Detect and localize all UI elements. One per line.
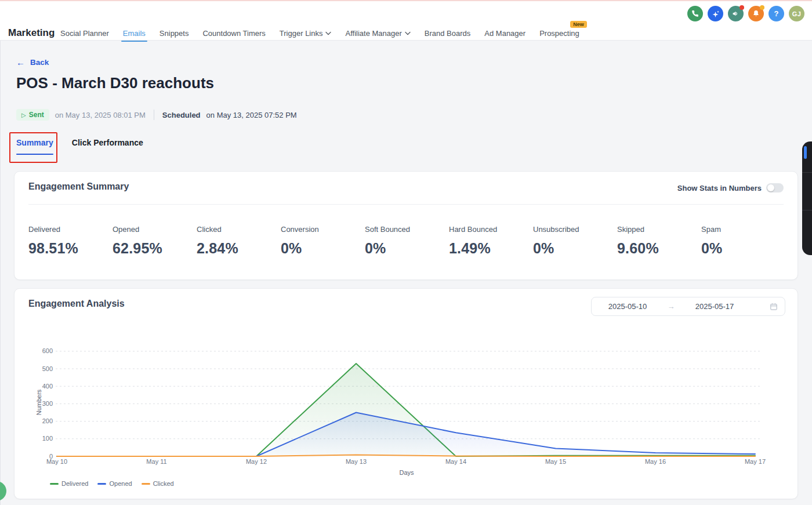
nav-item-brand-boards[interactable]: Brand Boards xyxy=(425,29,471,38)
chat-bubble-button[interactable] xyxy=(0,481,6,501)
svg-text:May 12: May 12 xyxy=(246,458,267,465)
report-tabs: Summary Click Performance xyxy=(16,138,143,147)
notifications-button[interactable] xyxy=(748,6,764,21)
announcement-icon xyxy=(732,10,740,17)
svg-text:200: 200 xyxy=(42,417,53,424)
sent-status-badge: ▷ Sent xyxy=(16,109,49,121)
svg-text:600: 600 xyxy=(42,347,53,354)
svg-text:100: 100 xyxy=(42,435,53,442)
stat-value: 0% xyxy=(365,240,449,257)
annotation-highlight-box xyxy=(9,132,57,163)
stat-unsubscribed: Unsubscribed 0% xyxy=(533,225,617,257)
stat-label: Soft Bounced xyxy=(365,225,449,234)
tab-summary[interactable]: Summary xyxy=(16,138,53,147)
svg-text:Days: Days xyxy=(399,469,414,476)
scheduled-timestamp: on May 13, 2025 07:52 PM xyxy=(206,111,297,119)
back-arrow-icon: ← xyxy=(16,57,25,67)
new-badge: New xyxy=(570,21,587,28)
side-dock-widget[interactable] xyxy=(802,141,812,255)
legend-swatch-icon xyxy=(97,483,106,485)
svg-text:May 13: May 13 xyxy=(346,458,367,465)
show-stats-toggle[interactable] xyxy=(766,183,784,192)
date-to[interactable]: 2025-05-17 xyxy=(679,302,751,311)
nav-item-snippets[interactable]: Snippets xyxy=(160,29,189,38)
nav-item-trigger-links[interactable]: Trigger Links xyxy=(280,29,332,38)
back-label: Back xyxy=(30,58,49,67)
show-stats-toggle-group: Show Stats in Numbers xyxy=(677,183,784,192)
back-link[interactable]: ← Back xyxy=(16,57,49,67)
stat-delivered: Delivered 98.51% xyxy=(28,225,113,257)
tab-click-performance[interactable]: Click Performance xyxy=(72,138,143,147)
svg-text:May 17: May 17 xyxy=(745,458,766,465)
arrow-right-icon: → xyxy=(664,302,679,311)
dock-accent-bar xyxy=(804,146,807,159)
legend-swatch-icon xyxy=(50,483,59,485)
svg-text:May 16: May 16 xyxy=(645,458,666,465)
stat-value: 0% xyxy=(701,240,785,257)
announcements-button[interactable] xyxy=(728,6,744,21)
legend-item-opened[interactable]: Opened xyxy=(97,480,132,487)
stat-spam: Spam 0% xyxy=(701,225,785,257)
date-from[interactable]: 2025-05-10 xyxy=(592,302,664,311)
svg-text:300: 300 xyxy=(42,400,53,407)
legend-item-delivered[interactable]: Delivered xyxy=(50,480,88,487)
legend-item-clicked[interactable]: Clicked xyxy=(142,480,174,487)
app-section-title: Marketing xyxy=(8,27,55,39)
engagement-summary-card: Engagement Summary Show Stats in Numbers… xyxy=(14,171,798,280)
stat-value: 0% xyxy=(281,240,365,257)
help-button[interactable]: ? xyxy=(768,6,784,21)
chart-legend: DeliveredOpenedClicked xyxy=(50,480,174,487)
stat-value: 2.84% xyxy=(197,240,281,257)
svg-text:May 11: May 11 xyxy=(146,458,166,465)
calendar-icon xyxy=(770,303,778,311)
stat-value: 0% xyxy=(533,240,617,257)
stats-row: Delivered 98.51% Opened 62.95% Clicked 2… xyxy=(28,225,785,257)
engagement-chart[interactable]: 0100200300400500600May 10May 11May 12May… xyxy=(14,340,799,486)
notifications-bell-icon xyxy=(752,10,760,17)
show-stats-toggle-label: Show Stats in Numbers xyxy=(677,184,762,192)
nav-item-countdown-timers[interactable]: Countdown Timers xyxy=(202,29,265,38)
svg-text:500: 500 xyxy=(42,365,53,372)
stat-value: 98.51% xyxy=(28,240,113,257)
stat-label: Opened xyxy=(113,225,197,234)
svg-text:400: 400 xyxy=(42,383,53,390)
stat-skipped: Skipped 9.60% xyxy=(617,225,701,257)
left-edge-divider xyxy=(0,41,1,505)
nav-item-ad-manager[interactable]: Ad Manager xyxy=(484,29,525,38)
date-range-picker[interactable]: 2025-05-10 → 2025-05-17 xyxy=(591,297,785,316)
top-header: Marketing Social Planner Emails Snippets… xyxy=(0,1,812,41)
scheduled-label: Scheduled xyxy=(162,111,201,119)
svg-text:May 15: May 15 xyxy=(545,458,566,465)
legend-swatch-icon xyxy=(142,483,150,485)
stat-value: 1.49% xyxy=(449,240,533,257)
sent-label: Sent xyxy=(29,111,44,119)
notification-dot xyxy=(740,5,744,10)
ai-assistant-button[interactable] xyxy=(708,6,723,21)
send-icon: ▷ xyxy=(21,112,26,118)
nav-item-social-planner[interactable]: Social Planner xyxy=(60,29,109,38)
svg-text:May 14: May 14 xyxy=(445,458,466,465)
phone-button[interactable] xyxy=(687,6,703,21)
app-window: Marketing Social Planner Emails Snippets… xyxy=(0,0,812,505)
engagement-summary-title: Engagement Summary xyxy=(28,181,129,192)
phone-icon xyxy=(691,10,699,17)
stat-value: 9.60% xyxy=(617,240,701,257)
nav-item-affiliate-manager[interactable]: Affiliate Manager xyxy=(345,29,410,38)
sent-timestamp: on May 13, 2025 08:01 PM xyxy=(55,111,146,119)
engagement-analysis-card: Engagement Analysis 2025-05-10 → 2025-05… xyxy=(14,288,798,499)
stat-opened: Opened 62.95% xyxy=(113,225,197,257)
stat-label: Hard Bounced xyxy=(449,225,533,234)
avatar[interactable]: GJ xyxy=(789,6,804,21)
campaign-status-row: ▷ Sent on May 13, 2025 08:01 PM Schedule… xyxy=(16,109,297,121)
dock-divider xyxy=(802,172,812,173)
status-divider xyxy=(154,110,154,120)
nav-item-prospecting[interactable]: Prospecting New xyxy=(539,29,579,38)
chevron-down-icon xyxy=(325,31,331,35)
notification-dot xyxy=(760,5,764,10)
nav-item-emails[interactable]: Emails xyxy=(123,29,146,38)
legend-label: Delivered xyxy=(61,480,88,487)
stat-clicked: Clicked 2.84% xyxy=(197,225,281,257)
toggle-knob xyxy=(767,184,774,191)
card-divider xyxy=(28,204,784,205)
page-title: POS - March D30 reachouts xyxy=(16,74,214,92)
